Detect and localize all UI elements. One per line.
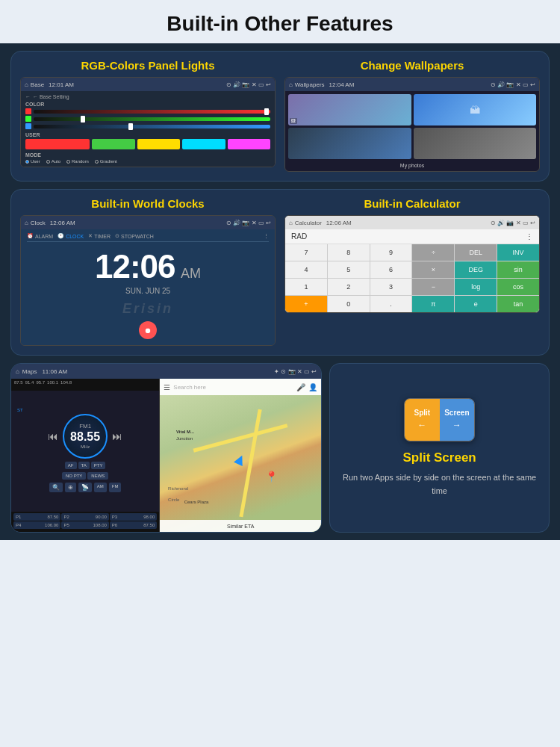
mode-random[interactable]: Random [66, 159, 89, 164]
calc-btn-2[interactable]: 2 [328, 279, 370, 295]
tab-clock[interactable]: 🕐CLOCK [57, 233, 84, 239]
split-icon: Split ← Screen → [404, 398, 475, 441]
wallpaper-item-3[interactable] [288, 128, 411, 159]
calc-btn-dot[interactable]: . [370, 296, 412, 312]
page-bg: Built-in Other Features RGB-Colors Panel… [0, 0, 560, 747]
radio-presets: P187.50 P290.00 P398.00 P4106.00 P5108.0… [11, 512, 159, 532]
preset-p6[interactable]: P687.50 [110, 521, 157, 529]
mode-auto[interactable]: Auto [46, 159, 60, 164]
af-btn[interactable]: AF [65, 462, 77, 469]
preset-p4[interactable]: P4106.00 [13, 521, 60, 529]
left-arrow-icon: ← [417, 420, 426, 430]
split-right-panel: Screen → [440, 399, 475, 441]
radio-panel: 87.591.495.7100.1104.8 ST ⏮ FM1 88.55 [11, 379, 160, 532]
swatch-yellow[interactable] [137, 139, 180, 149]
calc-btn-mul[interactable]: × [412, 261, 454, 278]
green-slider[interactable] [34, 117, 270, 121]
mode-gradient[interactable]: Gradient [95, 159, 117, 164]
green-dot [25, 116, 31, 122]
calc-btn-log[interactable]: log [455, 279, 497, 295]
wallpaper-item-1[interactable]: 🖼 [288, 94, 411, 125]
similar-eta[interactable]: Similar ETA [160, 520, 321, 532]
clock-bar: ⌂ Clock 12:06 AM ⊙ 🔊 📷 ✕ ▭ ↩ [21, 216, 275, 229]
calc-btn-div[interactable]: ÷ [412, 244, 454, 261]
calc-rad: RAD [291, 232, 307, 241]
preset-p3[interactable]: P398.00 [110, 513, 157, 521]
pty-btn[interactable]: PTY [91, 462, 106, 469]
radio-circle: FM1 88.55 MHz [63, 414, 108, 459]
clock-tabs: ⏰ALARM 🕐CLOCK ✕TIMER ⊙STOPWATCH [27, 233, 269, 242]
swatch-red[interactable] [25, 139, 90, 149]
mic-icon[interactable]: 🎤 [296, 383, 305, 391]
map-search-placeholder[interactable]: Search here [173, 384, 293, 391]
calc-btn-1[interactable]: 1 [285, 279, 327, 295]
swatch-magenta[interactable] [228, 139, 270, 149]
calc-btn-0[interactable]: 0 [328, 296, 370, 312]
calc-btn-4[interactable]: 4 [285, 261, 327, 278]
calc-btn-cos[interactable]: cos [497, 279, 539, 295]
tab-alarm[interactable]: ⏰ALARM [27, 233, 53, 239]
calc-btn-del[interactable]: DEL [455, 244, 497, 261]
calc-bar-time: 12:06 AM [326, 220, 352, 226]
home-icon2: ⌂ [289, 81, 293, 88]
tab-timer[interactable]: ✕TIMER [88, 233, 111, 239]
noPty-btn[interactable]: NO PTY [62, 472, 86, 480]
split-screen-card: Split ← Screen → Split Screen Run two Ap… [329, 363, 550, 533]
calc-btn-9[interactable]: 9 [370, 244, 412, 261]
wallpaper-item-2[interactable]: 🏔 [414, 94, 537, 125]
calc-btn-add[interactable]: + [285, 296, 327, 312]
preset-p5[interactable]: P5108.00 [61, 521, 108, 529]
color-label: COLOR [25, 102, 270, 107]
my-photos-label[interactable]: My photos [285, 161, 539, 171]
loop-btn[interactable]: ⊕ [65, 483, 76, 492]
next-btn[interactable]: ⏭ [112, 430, 122, 442]
rgb-bar-time: 12:01 AM [49, 81, 74, 88]
calc-section: Built-in Calculator ⌂ Calculator 12:06 A… [284, 197, 540, 346]
mode-label: MODE [25, 152, 270, 158]
tab-stopwatch[interactable]: ⊙STOPWATCH [115, 233, 154, 239]
calc-btn-inv[interactable]: INV [497, 244, 539, 261]
calc-btn-sqrt[interactable]: tan [497, 296, 539, 312]
news-btn[interactable]: NEWS [87, 472, 108, 480]
fm-btn[interactable]: FM [109, 483, 122, 492]
clock-period: AM [181, 266, 201, 281]
erising-watermark: Erisin [27, 301, 269, 317]
rgb-content: ← ← Base Setting COLOR [21, 91, 275, 167]
prev-btn[interactable]: ⏮ [48, 430, 58, 442]
calc-title: Built-in Calculator [284, 197, 540, 210]
search-icon-btn[interactable]: 🔍 [49, 483, 63, 492]
calc-btn-8[interactable]: 8 [328, 244, 370, 261]
map-search-bar: ☰ Search here 🎤 👤 [160, 379, 321, 395]
preset-p1[interactable]: P187.50 [13, 513, 60, 521]
blue-slider[interactable] [34, 125, 270, 128]
tab-menu[interactable]: ⋮ [264, 233, 269, 239]
mode-user[interactable]: User [25, 159, 40, 164]
calc-bar-title: Calculator [295, 220, 322, 226]
swatch-cyan[interactable] [182, 139, 225, 149]
calc-btn-7[interactable]: 7 [285, 244, 327, 261]
map-panel: ☰ Search here 🎤 👤 ▲ [160, 379, 321, 532]
back-icon: ← [25, 94, 31, 99]
am-btn[interactable]: AM [94, 483, 107, 492]
calc-btn-6[interactable]: 6 [370, 261, 412, 278]
swatch-green[interactable] [92, 139, 134, 149]
page-title: Built-in Other Features [0, 0, 560, 43]
location-pin: 📍 [265, 471, 278, 483]
preset-p2[interactable]: P290.00 [61, 513, 108, 521]
clock-fab[interactable]: ⏺ [139, 321, 157, 339]
hamburger-icon[interactable]: ☰ [164, 383, 170, 391]
red-slider[interactable] [34, 110, 270, 114]
calc-btn-5[interactable]: 5 [328, 261, 370, 278]
antenna-btn[interactable]: 📡 [78, 483, 92, 492]
wallpaper-bar-time: 12:04 AM [329, 81, 355, 88]
calc-menu[interactable]: ⋮ [526, 232, 533, 241]
calc-btn-sin[interactable]: sin [497, 261, 539, 278]
calc-grid: 7 8 9 ÷ DEL INV 4 5 6 × DEG sin [285, 244, 539, 312]
calc-btn-sub[interactable]: − [412, 279, 454, 295]
ta-btn[interactable]: TA [78, 462, 90, 469]
freq-row: 87.591.495.7100.1104.8 [11, 379, 159, 391]
wallpaper-screen: ⌂ Wallpapers 12:04 AM ⊙ 🔊 📷 ✕ ▭ ↩ 🖼 🏔 [284, 77, 540, 172]
calc-btn-3[interactable]: 3 [370, 279, 412, 295]
profile-icon[interactable]: 👤 [308, 383, 317, 391]
wallpaper-item-4[interactable] [414, 128, 537, 159]
